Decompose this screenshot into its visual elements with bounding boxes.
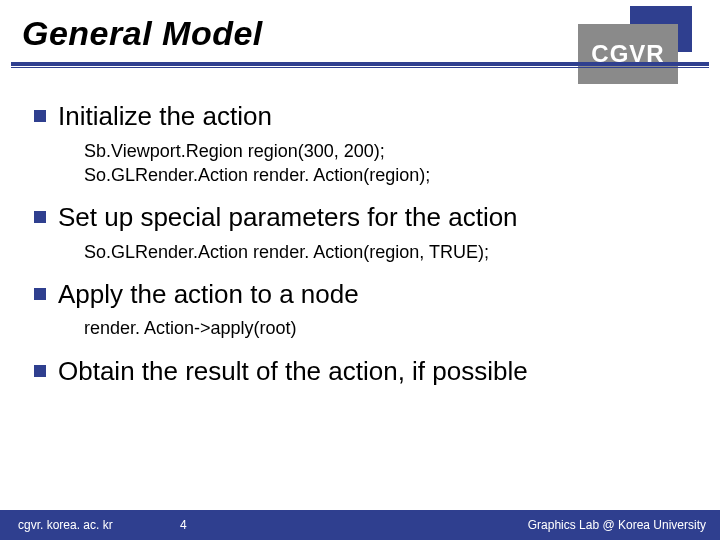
- slide: General Model CGVR Initialize the action…: [0, 0, 720, 540]
- square-bullet-icon: [34, 288, 46, 300]
- header-divider-thick: [11, 62, 709, 66]
- slide-title: General Model: [22, 14, 263, 53]
- sub-block: So.GLRender.Action render. Action(region…: [84, 240, 690, 264]
- bullet-text: Obtain the result of the action, if poss…: [58, 355, 528, 388]
- page-number: 4: [180, 518, 187, 532]
- sub-block: Sb.Viewport.Region region(300, 200); So.…: [84, 139, 690, 188]
- bullet-row: Set up special parameters for the action: [34, 201, 690, 234]
- list-item: Set up special parameters for the action…: [34, 201, 690, 264]
- footer-url: cgvr. korea. ac. kr: [18, 518, 113, 532]
- sub-block: render. Action->apply(root): [84, 316, 690, 340]
- cgvr-badge: CGVR: [578, 24, 678, 84]
- footer-org: Graphics Lab @ Korea University: [528, 518, 706, 532]
- header-divider-thin: [11, 67, 709, 68]
- list-item: Obtain the result of the action, if poss…: [34, 355, 690, 388]
- square-bullet-icon: [34, 110, 46, 122]
- list-item: Apply the action to a node render. Actio…: [34, 278, 690, 341]
- bullet-text: Initialize the action: [58, 100, 272, 133]
- sub-line: render. Action->apply(root): [84, 316, 690, 340]
- bullet-text: Apply the action to a node: [58, 278, 359, 311]
- list-item: Initialize the action Sb.Viewport.Region…: [34, 100, 690, 187]
- square-bullet-icon: [34, 365, 46, 377]
- slide-content: Initialize the action Sb.Viewport.Region…: [34, 100, 690, 401]
- bullet-text: Set up special parameters for the action: [58, 201, 518, 234]
- bullet-row: Obtain the result of the action, if poss…: [34, 355, 690, 388]
- slide-header: General Model CGVR: [0, 0, 720, 84]
- slide-footer: cgvr. korea. ac. kr 4 Graphics Lab @ Kor…: [0, 510, 720, 540]
- bullet-row: Apply the action to a node: [34, 278, 690, 311]
- square-bullet-icon: [34, 211, 46, 223]
- sub-line: Sb.Viewport.Region region(300, 200);: [84, 139, 690, 163]
- bullet-row: Initialize the action: [34, 100, 690, 133]
- sub-line: So.GLRender.Action render. Action(region…: [84, 163, 690, 187]
- sub-line: So.GLRender.Action render. Action(region…: [84, 240, 690, 264]
